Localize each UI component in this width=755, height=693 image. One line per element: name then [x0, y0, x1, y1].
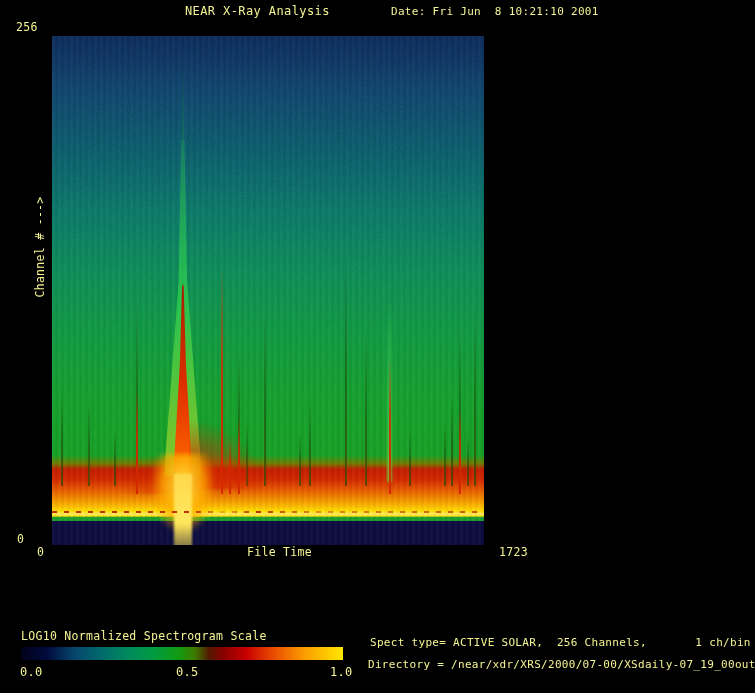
x-axis-title: File Time [247, 545, 312, 559]
saturation-dashed-line [52, 511, 484, 513]
x-axis-min-label: 0 [37, 545, 44, 559]
date-label: Date: Fri Jun 8 10:21:10 2001 [391, 5, 599, 18]
spect-type-line: Spect type= ACTIVE SOLAR, 256 Channels, … [370, 636, 751, 649]
spike-dark [299, 430, 301, 486]
y-axis-min-label: 0 [17, 532, 24, 546]
directory-line: Directory = /near/xdr/XRS/2000/07-00/XSd… [368, 658, 755, 671]
spectrogram-features [52, 36, 484, 545]
spike-dark [444, 420, 446, 486]
main-flare-upper-streak [182, 64, 184, 139]
y-axis-title: Channel # ---> [33, 196, 47, 297]
spike-dark [365, 330, 367, 486]
colorbar-gradient [21, 647, 343, 660]
app-window: NEAR X-Ray Analysis Date: Fri Jun 8 10:2… [0, 0, 755, 693]
spike-red [459, 408, 461, 494]
spike-red [389, 355, 391, 494]
page-title: NEAR X-Ray Analysis [185, 4, 330, 18]
spike-dark [409, 430, 411, 486]
spike-dark [474, 310, 476, 486]
colorbar-tick-right: 1.0 [330, 665, 353, 679]
x-axis-max-label: 1723 [499, 545, 528, 559]
spike-dark [61, 390, 63, 486]
spike-dark [264, 310, 266, 486]
spectrogram-plot [52, 36, 484, 545]
main-flare-saturated-column [174, 474, 192, 545]
spike-dark [309, 400, 311, 486]
y-axis-max-label: 256 [16, 20, 38, 34]
spike-dark [467, 436, 469, 486]
spike-dark [114, 430, 116, 486]
colorbar-title: LOG10 Normalized Spectrogram Scale [21, 629, 267, 643]
spike-dark [451, 396, 453, 486]
colorbar-tick-mid: 0.5 [176, 665, 199, 679]
colorbar-tick-left: 0.0 [20, 665, 43, 679]
spike-dark [88, 400, 90, 486]
spike-dark [345, 255, 347, 486]
